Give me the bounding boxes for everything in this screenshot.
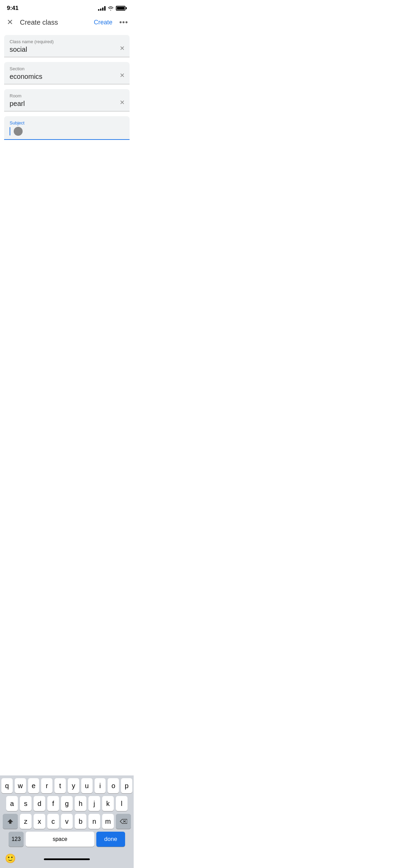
form-area: Class name (required) social ✕ Section e… <box>0 32 134 147</box>
class-name-clear-button[interactable]: ✕ <box>120 45 125 52</box>
status-time: 9:41 <box>7 5 19 12</box>
section-field[interactable]: Section economics ✕ <box>4 62 130 84</box>
class-name-field[interactable]: Class name (required) social ✕ <box>4 35 130 57</box>
room-field[interactable]: Room pearl ✕ <box>4 89 130 111</box>
room-label: Room <box>10 93 124 98</box>
subject-field[interactable]: Subject <box>4 116 130 140</box>
signal-icon <box>98 6 106 11</box>
wifi-icon <box>108 6 114 11</box>
class-name-label: Class name (required) <box>10 39 124 44</box>
battery-icon <box>116 6 127 11</box>
nav-bar: ✕ Create class Create ••• <box>0 14 134 32</box>
class-name-value: social <box>10 46 124 57</box>
subject-input-row <box>10 127 124 139</box>
create-button[interactable]: Create <box>94 19 112 26</box>
close-button[interactable]: ✕ <box>5 16 14 28</box>
status-bar: 9:41 <box>0 0 134 14</box>
section-clear-button[interactable]: ✕ <box>120 72 125 79</box>
section-value: economics <box>10 73 124 84</box>
page-title: Create class <box>20 19 58 26</box>
nav-left: ✕ Create class <box>5 16 58 28</box>
nav-right: Create ••• <box>94 18 128 27</box>
section-label: Section <box>10 66 124 71</box>
drag-handle <box>14 127 23 136</box>
status-icons <box>98 6 127 11</box>
more-options-button[interactable]: ••• <box>119 18 128 27</box>
room-clear-button[interactable]: ✕ <box>120 99 125 106</box>
text-cursor <box>10 127 10 135</box>
room-value: pearl <box>10 100 124 111</box>
subject-label: Subject <box>10 120 124 125</box>
